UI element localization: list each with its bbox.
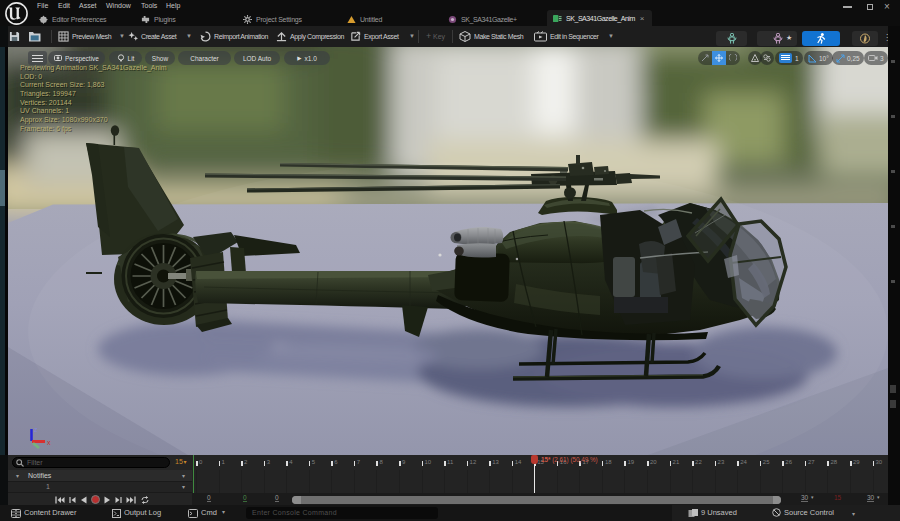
svg-text:x: x: [47, 439, 51, 446]
svg-text:z: z: [34, 426, 38, 433]
